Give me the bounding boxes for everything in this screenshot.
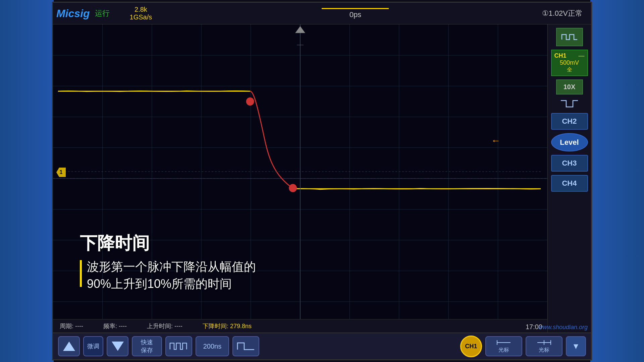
magnification-box[interactable]: 10X [556, 79, 583, 95]
grid-svg [53, 24, 547, 333]
ch4-button[interactable]: CH4 [551, 175, 588, 192]
ch1-label: CH1 [554, 52, 567, 59]
falling-edge-icon [560, 98, 579, 110]
fall-time-measurement: 下降时间: 279.8ns [203, 322, 252, 330]
cursor-left-button[interactable]: 光标 [485, 336, 522, 356]
trigger-voltage: ①1.02V [542, 9, 568, 18]
ch4-label: CH4 [562, 179, 577, 188]
measurements-bar: 周期: ---- 频率: ---- 上升时间: ---- 下降时间: 279.8… [53, 319, 547, 333]
waveform-area: 1 ← 下降时间 波形第一个脉冲下降沿从幅值的 90%上升到10%所需的时间 [53, 24, 547, 333]
time-line-indicator [322, 8, 389, 9]
left-border [0, 0, 54, 362]
cursor-right-label: 光标 [539, 347, 549, 354]
sample-rate-bottom: 1GSa/s [130, 13, 152, 21]
time-offset-label: 0ps [350, 10, 361, 19]
single-pulse-button[interactable] [232, 336, 259, 356]
waveform-type-button[interactable] [165, 336, 192, 356]
level-label: Level [560, 138, 579, 147]
rise-time-measurement: 上升时间: ---- [147, 322, 182, 330]
ch1-select-button[interactable]: CH1 [460, 336, 482, 357]
single-pulse-icon [237, 340, 255, 353]
period-measurement: 周期: ---- [60, 322, 83, 330]
frequency-measurement: 频率: ---- [103, 322, 127, 330]
ch2-label: CH2 [562, 117, 577, 126]
right-border [590, 0, 644, 362]
svg-point-24 [289, 184, 297, 192]
sample-rate-top: 2.8k [135, 6, 147, 13]
cursor-left-icon [495, 339, 512, 346]
level-button[interactable]: Level [551, 133, 588, 152]
oscilloscope-screen: Micsig 运行 2.8k 1GSa/s 0ps ①1.02V 正常 [52, 2, 592, 360]
run-status: 运行 [95, 8, 110, 18]
down-arrow-icon [112, 342, 124, 351]
svg-point-23 [246, 97, 254, 106]
right-panel: CH1 — 500mV 全 10X CH2 [547, 24, 591, 333]
sample-rate-block: 2.8k 1GSa/s [130, 6, 152, 21]
dual-pulse-icon [169, 340, 188, 353]
quick-save-button[interactable]: 快速 保存 [132, 336, 162, 356]
up-arrow-icon [63, 342, 75, 351]
svg-marker-27 [295, 26, 305, 33]
ch3-button[interactable]: CH3 [551, 155, 588, 172]
ch1-voltage: 500mV [560, 59, 579, 66]
ch1-settings-box[interactable]: CH1 — 500mV 全 [551, 50, 588, 76]
header-bar: Micsig 运行 2.8k 1GSa/s 0ps ①1.02V 正常 [53, 3, 591, 24]
dropdown-button[interactable]: ▼ [566, 336, 586, 356]
cursor-right-icon [536, 339, 552, 346]
watermark: www.shoudian.org [538, 324, 588, 331]
magnification-value: 10X [564, 83, 576, 91]
fine-tune-text: 微调 [87, 342, 99, 350]
quick-save-label: 快速 保存 [141, 338, 153, 354]
ch1-btn-label: CH1 [465, 343, 477, 350]
cursor-left-label: 光标 [498, 347, 509, 354]
control-bar: 微调 快速 保存 200ns [53, 333, 591, 359]
display-mode: 正常 [568, 8, 583, 18]
fine-tune-up-button[interactable] [58, 336, 80, 356]
time-cursor-block: 0ps [179, 8, 532, 19]
ch3-label: CH3 [562, 159, 577, 168]
ch2-button[interactable]: CH2 [551, 113, 588, 130]
pulse-down-icon [560, 98, 579, 110]
time-per-div-display: 200ns [196, 336, 229, 356]
waveform-shape-button[interactable] [556, 28, 583, 46]
ch1-scale: 全 [567, 67, 572, 72]
brand-name: Micsig [56, 7, 90, 20]
fine-tune-label: 微调 [83, 336, 103, 356]
dropdown-arrow-icon: ▼ [572, 342, 580, 351]
level-arrow-indicator: ← [491, 135, 500, 146]
ch1-dash: — [579, 52, 585, 59]
cursor-right-button[interactable]: 光标 [526, 336, 562, 356]
outer-frame: Micsig 运行 2.8k 1GSa/s 0ps ①1.02V 正常 [0, 0, 644, 362]
pulse-waveform-icon [561, 31, 578, 43]
fine-tune-down-button[interactable] [107, 336, 128, 356]
time-div-value: 200ns [203, 343, 222, 350]
